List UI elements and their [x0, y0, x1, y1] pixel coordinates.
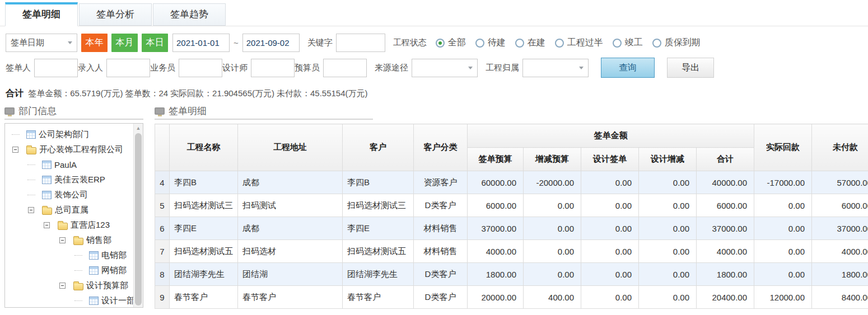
status-radio-option[interactable]: 质保到期 — [652, 37, 701, 49]
project-status-radio-group: 全部待建在建工程过半竣工质保到期 — [436, 37, 710, 49]
cell-customer: 扫码选材测试五 — [343, 240, 414, 263]
column-header[interactable]: 客户 — [343, 124, 414, 171]
column-group-header: 签单金额 — [468, 124, 754, 148]
cell-project-name: 李四B — [170, 171, 238, 194]
tree-node-label: 公司架构部门 — [39, 129, 89, 140]
status-radio-option[interactable]: 工程过半 — [555, 37, 603, 49]
column-header[interactable]: 未付款 — [812, 124, 868, 171]
collapse-icon[interactable] — [59, 283, 66, 289]
date-to-input[interactable] — [242, 34, 300, 52]
column-header[interactable]: 客户分类 — [414, 124, 468, 171]
tree-node[interactable]: 设计预算部 — [5, 278, 143, 293]
table-row[interactable]: 9春节客户春节客户春节客户D类客户20000.00400.000.000.002… — [155, 286, 868, 309]
tree-connector — [74, 255, 82, 256]
quick-range-button[interactable]: 本日 — [142, 34, 168, 52]
column-subheader[interactable]: 合计 — [697, 148, 754, 171]
column-subheader[interactable]: 增减预算 — [524, 148, 581, 171]
tree-node[interactable]: 网销部 — [5, 263, 143, 278]
scroll-thumb[interactable] — [135, 133, 142, 305]
cell-amount: 0.00 — [581, 217, 639, 240]
radio-label: 待建 — [488, 37, 506, 49]
tree-node-label: 销售部 — [86, 235, 111, 246]
column-subheader[interactable]: 设计增减 — [639, 148, 697, 171]
project-belong-select[interactable] — [522, 59, 589, 77]
tree-node[interactable]: 电销部 — [5, 248, 143, 263]
tree-node[interactable]: 总司直属 — [5, 203, 143, 218]
tree-node[interactable]: 设计一部 — [5, 293, 143, 308]
summary-segments: 签单金额：65.5719(万元)签单数：24实际回款：21.904565(万元)… — [28, 88, 370, 98]
quick-range-button[interactable]: 本月 — [111, 34, 138, 52]
collapse-icon[interactable] — [12, 147, 18, 153]
department-panel: 部门信息 公司架构部门开心装饰工程有限公司PaulA美佳云装ERP装饰公司总司直… — [4, 105, 143, 309]
column-header[interactable]: 工程地址 — [238, 124, 343, 171]
search-button[interactable]: 查询 — [601, 58, 655, 78]
radio-icon[interactable] — [436, 39, 445, 48]
cell-customer: 扫码选材测试三 — [343, 194, 414, 217]
collapse-icon[interactable] — [44, 222, 50, 228]
keyword-label: 关键字 — [307, 37, 333, 48]
person-field: 预算员 — [295, 59, 367, 77]
tree-node-label: PaulA — [54, 160, 77, 170]
radio-icon[interactable] — [613, 39, 622, 48]
collapse-icon[interactable] — [59, 237, 66, 243]
tab-inactive[interactable]: 签单趋势 — [153, 3, 226, 26]
cell-row-number: 8 — [155, 263, 170, 286]
table-row[interactable]: 6李四E成都李四E材料销售37000.000.000.000.0037000.0… — [155, 217, 868, 240]
person-field-label: 设计师 — [222, 63, 248, 73]
tree-node[interactable]: PaulA — [5, 157, 143, 172]
export-button[interactable]: 导出 — [667, 58, 714, 78]
person-field-input[interactable] — [251, 59, 295, 77]
main-panels: 部门信息 公司架构部门开心装饰工程有限公司PaulA美佳云装ERP装饰公司总司直… — [0, 105, 868, 309]
person-field-input[interactable] — [179, 59, 222, 77]
status-radio-option[interactable]: 待建 — [475, 37, 506, 49]
tab-inactive[interactable]: 签单分析 — [79, 3, 152, 26]
cell-project-address: 春节客户 — [238, 286, 343, 309]
tree-node[interactable]: 销售部 — [5, 233, 143, 248]
tree-node[interactable]: 美佳云装ERP — [5, 172, 143, 187]
table-row[interactable]: 8团结湖李先生团结湖团结湖李先生D类客户1800.000.000.000.001… — [155, 263, 868, 286]
radio-icon[interactable] — [515, 39, 524, 48]
tree-node-label: 设计预算部 — [86, 280, 128, 291]
cell-amount: 400.00 — [524, 286, 581, 309]
collapse-icon[interactable] — [28, 207, 34, 213]
table-row[interactable]: 4李四B成都李四B资源客户60000.00-20000.000.000.0040… — [155, 171, 868, 194]
tree-node[interactable]: 装饰公司 — [5, 187, 143, 203]
cell-amount: 0.00 — [581, 171, 639, 194]
scroll-up-icon[interactable]: ▲ — [134, 124, 143, 133]
column-header[interactable]: 实际回款 — [754, 124, 812, 171]
person-field-input[interactable] — [106, 59, 150, 77]
radio-icon[interactable] — [555, 39, 564, 48]
tree-node[interactable]: 公司架构部门 — [5, 127, 143, 142]
tree-node[interactable]: 直营店123 — [5, 218, 143, 233]
person-field-input[interactable] — [323, 59, 367, 77]
date-from-input[interactable] — [172, 34, 230, 52]
table-row[interactable]: 5扫码选材测试三扫码测试扫码选材测试三D类客户6000.000.000.000.… — [155, 194, 868, 217]
grid-panel-title: 签单明细 — [169, 105, 207, 117]
summary-segment-value: 24 — [158, 88, 168, 98]
date-type-select[interactable]: 签单日期 — [6, 34, 77, 52]
column-subheader[interactable]: 签单预算 — [468, 148, 524, 171]
radio-icon[interactable] — [475, 39, 484, 48]
person-field-label: 业务员 — [150, 63, 175, 73]
tab-active[interactable]: 签单明细 — [5, 2, 78, 26]
cell-received: 0.00 — [754, 194, 812, 217]
person-field-input[interactable] — [34, 59, 78, 77]
status-radio-option[interactable]: 在建 — [515, 37, 545, 49]
quick-range-button[interactable]: 本年 — [81, 34, 108, 52]
column-subheader[interactable]: 设计签单 — [581, 148, 639, 171]
table-row[interactable]: 7扫码选材测试五扫码选材扫码选材测试五材料销售4000.000.000.000.… — [155, 240, 868, 263]
keyword-input[interactable] — [336, 34, 385, 52]
cell-unpaid: 1800.00 — [812, 263, 868, 286]
tree-scrollbar[interactable]: ▲ — [133, 124, 143, 307]
source-channel-select[interactable] — [412, 59, 478, 77]
column-header[interactable]: 工程名称 — [170, 124, 238, 171]
cell-row-number: 4 — [155, 171, 170, 194]
status-radio-option[interactable]: 竣工 — [613, 37, 643, 49]
status-radio-option[interactable]: 全部 — [436, 37, 466, 49]
tree-node[interactable]: 开心装饰工程有限公司 — [5, 142, 143, 157]
radio-icon[interactable] — [652, 39, 661, 48]
table-icon — [89, 251, 99, 260]
filter-row-2: 签单人录入人业务员设计师预算员 来源途径 工程归属 查询 导出 — [6, 58, 862, 78]
summary-segment-value: 21.904565(万元) — [212, 88, 274, 98]
summary-prefix: 合计 — [6, 88, 24, 98]
